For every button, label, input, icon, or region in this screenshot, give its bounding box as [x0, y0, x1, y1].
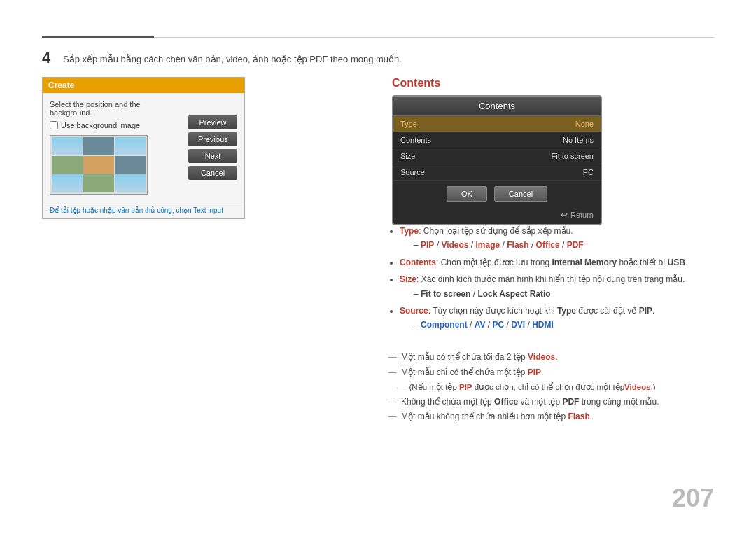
- thumb-6: [115, 156, 146, 174]
- next-button[interactable]: Next: [188, 149, 237, 163]
- source-sub: Component / AV / PC / DVI / HDMI: [414, 318, 704, 332]
- thumb-4: [52, 156, 83, 174]
- contents-label: Contents: [400, 136, 431, 144]
- footer-text: Để tải tệp hoặc nhập văn bản thủ công, c…: [50, 206, 192, 214]
- note-3: (Nếu một tệp PIP được chọn, chỉ có thể c…: [397, 380, 704, 395]
- type-row: Type None: [393, 116, 601, 132]
- type-value: None: [575, 120, 594, 128]
- checkbox-input[interactable]: [50, 121, 58, 129]
- thumb-7: [52, 174, 83, 192]
- return-area: ↩ Return: [393, 207, 601, 224]
- contents-row: Contents No Items: [393, 132, 601, 148]
- top-rule-dark: [42, 36, 154, 38]
- create-panel: Create Select the position and the backg…: [42, 77, 245, 219]
- source-value: PC: [583, 168, 594, 176]
- dialog-buttons: OK Cancel: [393, 181, 601, 207]
- size-prefix: Size: [400, 274, 416, 284]
- background-checkbox[interactable]: Use background image: [50, 121, 183, 129]
- desc-contents: Contents: Chọn một tệp được lưu trong In…: [400, 255, 704, 269]
- desc-area: Type: Chọn loại tệp sử dụng để sắp xếp m…: [388, 224, 704, 335]
- create-header: Create: [43, 78, 244, 93]
- contents-dialog-header: Contents: [393, 97, 601, 116]
- contents-dialog: Contents Type None Contents No Items Siz…: [392, 95, 602, 225]
- step-number: 4: [42, 49, 50, 67]
- type-prefix: Type: [400, 226, 419, 236]
- create-buttons: Preview Previous Next Cancel: [188, 100, 237, 195]
- checkbox-label: Use background image: [61, 121, 140, 129]
- contents-table: Type None Contents No Items Size Fit to …: [393, 116, 601, 181]
- contents-section: Contents Contents Type None Contents No …: [392, 77, 602, 225]
- type-sub: PIP / Videos / Image / Flash / Office / …: [414, 238, 704, 252]
- source-label: Source: [400, 168, 425, 176]
- source-row: Source PC: [393, 164, 601, 181]
- create-footer: Để tải tệp hoặc nhập văn bản thủ công, c…: [43, 202, 244, 218]
- desc-source: Source: Tùy chọn này được kích hoạt khi …: [400, 304, 704, 332]
- return-label: Return: [570, 211, 594, 219]
- top-rule: [42, 36, 714, 38]
- size-value: Fit to screen: [551, 152, 594, 160]
- size-row: Size Fit to screen: [393, 148, 601, 164]
- page-number: 207: [672, 484, 714, 513]
- thumb-5: [83, 156, 114, 174]
- top-rule-light: [154, 37, 714, 38]
- preview-button[interactable]: Preview: [188, 115, 237, 129]
- thumbnail-grid: [50, 135, 148, 195]
- size-label: Size: [400, 152, 415, 160]
- desc-size: Size: Xác định kích thước màn hình khi h…: [400, 272, 704, 301]
- note-5: Một mẫu không thể chứa nhiều hơn một tệp…: [388, 409, 704, 425]
- contents-value: No Items: [563, 136, 594, 144]
- desc-type: Type: Chọn loại tệp sử dụng để sắp xếp m…: [400, 224, 704, 253]
- note-2: Một mẫu chỉ có thể chứa một tệp PIP.: [388, 365, 704, 381]
- contents-prefix: Contents: [400, 258, 436, 267]
- source-prefix: Source: [400, 306, 428, 316]
- thumb-1: [52, 137, 83, 155]
- footer-link[interactable]: Text input: [193, 206, 223, 214]
- thumb-9: [115, 174, 146, 192]
- type-label: Type: [400, 120, 417, 128]
- create-left: Select the position and the background. …: [50, 100, 183, 195]
- thumb-2: [83, 137, 114, 155]
- step-text: Sắp xếp mẫu bằng cách chèn văn bản, vide…: [63, 54, 402, 64]
- note-4: Không thể chứa một tệp Office và một tệp…: [388, 395, 704, 410]
- previous-button[interactable]: Previous: [188, 132, 237, 146]
- thumb-3: [115, 137, 146, 155]
- note-1: Một mẫu có thể chứa tối đa 2 tệp Videos.: [388, 350, 704, 365]
- contents-title: Contents: [392, 77, 602, 90]
- create-body: Select the position and the background. …: [43, 93, 244, 202]
- return-icon: ↩: [561, 210, 568, 220]
- select-text: Select the position and the background.: [50, 100, 183, 117]
- size-sub: Fit to screen / Lock Aspect Ratio: [414, 287, 704, 301]
- cancel-button[interactable]: Cancel: [188, 166, 237, 180]
- dash-notes: Một mẫu có thể chứa tối đa 2 tệp Videos.…: [388, 350, 704, 425]
- thumb-8: [83, 174, 114, 192]
- ok-button[interactable]: OK: [447, 186, 487, 202]
- dialog-cancel-button[interactable]: Cancel: [494, 186, 547, 202]
